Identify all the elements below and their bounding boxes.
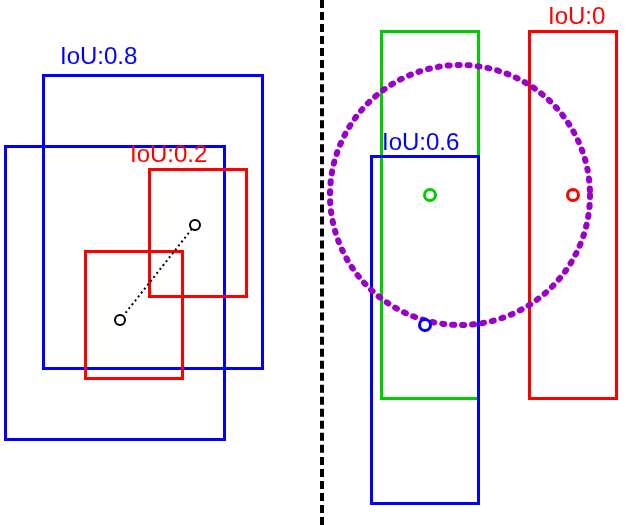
- right-red-center: [566, 188, 580, 202]
- left-anchor-b: [114, 314, 126, 326]
- left-red-iou-label: IoU:0.2: [130, 140, 207, 168]
- right-red-box: [528, 30, 618, 400]
- left-red-box-b: [84, 250, 184, 380]
- right-blue-center: [418, 318, 432, 332]
- right-red-iou-label: IoU:0: [548, 2, 605, 30]
- panel-divider: [320, 0, 324, 525]
- diagram-stage: IoU:0.8 IoU:0.2 IoU:0.6 IoU:0: [0, 0, 640, 525]
- right-green-center: [423, 188, 437, 202]
- right-blue-iou-label: IoU:0.6: [382, 128, 459, 156]
- left-blue-iou-label: IoU:0.8: [60, 42, 137, 70]
- left-anchor-a: [189, 219, 201, 231]
